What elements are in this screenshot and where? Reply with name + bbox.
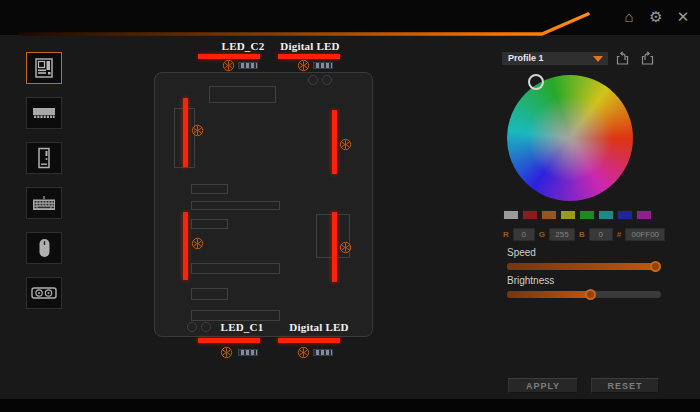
gpu-icon [31, 286, 57, 300]
board-hole [322, 75, 332, 85]
color-swatch[interactable] [541, 210, 557, 220]
pin-header-icon[interactable] [313, 349, 333, 356]
speed-slider[interactable] [507, 263, 661, 270]
color-picker-handle[interactable] [528, 74, 544, 90]
home-icon[interactable]: ⌂ [620, 8, 638, 26]
board-slot-outline [209, 86, 276, 103]
fan-icon[interactable] [297, 59, 310, 72]
ram-icon [32, 106, 56, 120]
brightness-slider-fill [507, 291, 593, 298]
fan-icon[interactable] [191, 237, 204, 250]
connector-label: LED_C2 [212, 40, 274, 52]
board-slot-outline [191, 184, 228, 194]
motherboard-icon [33, 57, 55, 79]
color-swatch[interactable] [598, 210, 614, 220]
color-swatch[interactable] [636, 210, 652, 220]
chevron-down-icon [593, 56, 603, 62]
pc-case-icon [37, 147, 51, 169]
g-label: G [539, 230, 545, 239]
connector-underline [198, 338, 260, 343]
pin-header-icon[interactable] [238, 62, 258, 69]
color-wheel[interactable] [507, 75, 633, 201]
hex-value-field[interactable]: 00FF00 [625, 228, 665, 241]
swatch-row [503, 210, 652, 220]
board-hole [201, 322, 211, 332]
brightness-label: Brightness [507, 275, 554, 286]
board-slot-outline [191, 201, 280, 210]
pin-header-icon[interactable] [313, 62, 333, 69]
r-value-field[interactable]: 0 [513, 228, 535, 241]
rgb-input-row: R 0 G 255 B 0 # 00FF00 [503, 228, 665, 241]
b-label: B [579, 230, 585, 239]
speed-slider-handle[interactable] [650, 261, 661, 272]
speed-slider-fill [507, 263, 658, 270]
import-profile-button[interactable] [615, 51, 630, 66]
led-strip [183, 212, 188, 280]
mouse-icon [38, 238, 51, 258]
bottombar [0, 399, 700, 412]
export-profile-button[interactable] [640, 51, 655, 66]
led-strip [332, 110, 337, 174]
color-swatch[interactable] [503, 210, 519, 220]
board-slot-outline [191, 263, 280, 274]
sidebar-item-motherboard[interactable] [26, 52, 62, 84]
gear-icon[interactable]: ⚙ [647, 8, 665, 26]
connector-underline [278, 338, 340, 343]
led-strip [332, 212, 337, 282]
sidebar-item-keyboard[interactable] [26, 187, 62, 219]
fan-icon[interactable] [220, 346, 233, 359]
r-label: R [503, 230, 509, 239]
g-value-field[interactable]: 255 [549, 228, 575, 241]
sidebar-item-graphics-card[interactable] [26, 277, 62, 309]
fan-icon[interactable] [339, 241, 352, 254]
b-value-field[interactable]: 0 [589, 228, 613, 241]
speed-label: Speed [507, 247, 536, 258]
connector-label: Digital LED [279, 40, 341, 52]
board-hole [308, 75, 318, 85]
reset-button[interactable]: RESET [591, 378, 659, 393]
connector-label: Digital LED [288, 321, 350, 333]
color-swatch[interactable] [579, 210, 595, 220]
app-window: ⌂ ⚙ ✕ [0, 0, 700, 412]
color-swatch[interactable] [522, 210, 538, 220]
profile-select-value: Profile 1 [508, 53, 544, 63]
board-slot-outline [191, 288, 228, 300]
sidebar-item-pc-case[interactable] [26, 142, 62, 174]
sidebar-item-memory[interactable] [26, 97, 62, 129]
led-strip [183, 98, 188, 167]
brightness-slider[interactable] [507, 291, 661, 298]
fan-icon[interactable] [339, 138, 352, 151]
board-slot-outline [191, 310, 280, 321]
brightness-slider-handle[interactable] [585, 289, 596, 300]
keyboard-icon [32, 195, 56, 211]
profile-select[interactable]: Profile 1 [502, 52, 608, 65]
pin-header-icon[interactable] [238, 349, 258, 356]
board-slot-outline [191, 219, 228, 229]
board-hole [187, 322, 197, 332]
hex-label: # [617, 230, 621, 239]
color-swatch[interactable] [617, 210, 633, 220]
titlebar [0, 0, 700, 35]
window-controls: ⌂ ⚙ ✕ [620, 8, 692, 26]
connector-label: LED_C1 [211, 321, 273, 333]
fan-icon[interactable] [222, 59, 235, 72]
color-swatch[interactable] [560, 210, 576, 220]
apply-button[interactable]: APPLY [508, 378, 578, 393]
fan-icon[interactable] [297, 346, 310, 359]
close-icon[interactable]: ✕ [674, 8, 692, 26]
fan-icon[interactable] [191, 124, 204, 137]
sidebar-item-mouse[interactable] [26, 232, 62, 264]
